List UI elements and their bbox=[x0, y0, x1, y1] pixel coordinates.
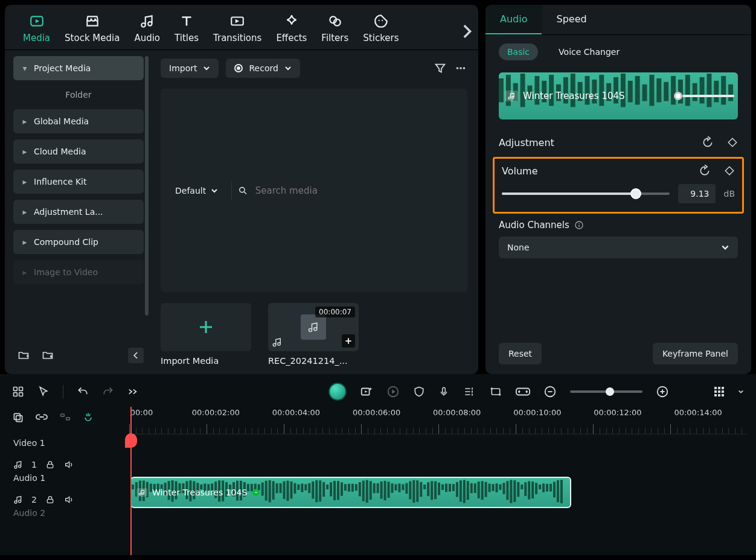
undo-icon[interactable] bbox=[77, 386, 89, 398]
nav-tab-audio[interactable]: Audio bbox=[134, 13, 160, 43]
svg-rect-40 bbox=[700, 77, 705, 104]
more-icon[interactable] bbox=[454, 62, 467, 75]
nav-tab-stickers[interactable]: Stickers bbox=[363, 13, 399, 43]
reset-icon[interactable] bbox=[702, 136, 714, 148]
info-icon[interactable] bbox=[574, 220, 584, 230]
chevron-down-icon[interactable] bbox=[738, 389, 744, 394]
lock-icon[interactable] bbox=[45, 460, 55, 469]
clip-trim-handle[interactable] bbox=[674, 92, 682, 100]
shield-icon[interactable] bbox=[413, 385, 425, 398]
audio-tools-icon[interactable] bbox=[463, 386, 476, 398]
audio-clip-preview[interactable]: Winter Treasures 104S bbox=[499, 72, 738, 119]
sidebar-item-cloud[interactable]: ▸Cloud Media bbox=[13, 139, 144, 164]
sidebar-item-global[interactable]: ▸Global Media bbox=[13, 109, 144, 133]
keyframe-icon[interactable] bbox=[727, 137, 738, 148]
keyframe-icon[interactable] bbox=[724, 165, 735, 176]
ai-assistant-icon[interactable] bbox=[328, 383, 347, 401]
time-ruler[interactable]: 00:00 00:00:02:00 00:00:04:00 00:00:06:0… bbox=[129, 407, 748, 434]
zoom-in-icon[interactable] bbox=[656, 385, 669, 398]
audio1-track-header[interactable]: 1 Audio 1 bbox=[8, 454, 129, 489]
zoom-out-icon[interactable] bbox=[543, 385, 557, 398]
zoom-slider[interactable] bbox=[570, 390, 642, 393]
slider-knob[interactable] bbox=[606, 387, 614, 396]
volume-section: Volume 9.13 dB bbox=[493, 157, 744, 214]
nav-tab-filters[interactable]: Filters bbox=[321, 13, 348, 43]
channels-select[interactable]: None bbox=[499, 237, 738, 258]
sidebar-item-influence[interactable]: ▸Influence Kit bbox=[13, 170, 144, 194]
media-clip-tile[interactable]: 00:00:07 REC_20241214_... bbox=[268, 303, 359, 366]
group-icon[interactable] bbox=[59, 412, 71, 422]
track-label: Video 1 bbox=[13, 438, 124, 448]
nav-tab-stock[interactable]: Stock Media bbox=[65, 13, 120, 43]
filter-icon[interactable] bbox=[434, 62, 447, 75]
audio-clip[interactable]: Winter Treasures 104S bbox=[130, 477, 571, 508]
svg-rect-119 bbox=[287, 481, 289, 501]
new-folder-icon[interactable] bbox=[17, 349, 30, 361]
svg-rect-183 bbox=[517, 482, 519, 497]
play-outline-icon[interactable] bbox=[386, 385, 400, 398]
record-button[interactable]: Record bbox=[226, 59, 300, 78]
svg-rect-113 bbox=[265, 481, 267, 501]
cursor-icon[interactable] bbox=[37, 386, 50, 398]
collapse-sidebar-button[interactable] bbox=[128, 348, 144, 363]
track-label: Audio 1 bbox=[13, 473, 124, 483]
sidebar-item-image2video[interactable]: ▸Image to Video bbox=[13, 260, 144, 284]
chevron-right-icon: ▸ bbox=[22, 207, 28, 217]
svg-rect-141 bbox=[366, 480, 368, 503]
delete-folder-icon[interactable] bbox=[41, 349, 54, 361]
sidebar-item-compound[interactable]: ▸Compound Clip bbox=[13, 230, 144, 254]
more-tools-icon[interactable] bbox=[127, 387, 138, 396]
volume-slider[interactable] bbox=[502, 192, 670, 195]
fit-width-icon[interactable] bbox=[516, 386, 530, 397]
svg-rect-185 bbox=[524, 482, 527, 496]
svg-point-4 bbox=[379, 20, 380, 21]
tab-speed[interactable]: Speed bbox=[542, 5, 601, 34]
subtab-basic[interactable]: Basic bbox=[499, 43, 538, 60]
svg-rect-147 bbox=[388, 482, 390, 498]
volume-value[interactable]: 9.13 bbox=[678, 184, 716, 203]
sidebar-item-adjustment[interactable]: ▸Adjustment La... bbox=[13, 200, 144, 224]
search-input[interactable] bbox=[254, 185, 454, 197]
nav-more-button[interactable] bbox=[461, 23, 472, 40]
video-track[interactable] bbox=[129, 434, 748, 473]
nav-tab-transitions[interactable]: Transitions bbox=[213, 13, 261, 43]
copy-icon[interactable] bbox=[12, 412, 24, 424]
nav-tab-media[interactable]: Media bbox=[23, 13, 50, 43]
timeline-tracks-area[interactable]: 00:00 00:00:02:00 00:00:04:00 00:00:06:0… bbox=[129, 407, 748, 555]
slider-knob[interactable] bbox=[630, 188, 641, 199]
view-layout-icon[interactable] bbox=[714, 386, 725, 397]
crop-icon[interactable] bbox=[489, 386, 502, 398]
subtab-voice-changer[interactable]: Voice Changer bbox=[550, 43, 628, 60]
add-clip-button[interactable] bbox=[342, 334, 355, 348]
sort-select[interactable]: Default bbox=[168, 181, 225, 200]
magnet-icon[interactable] bbox=[82, 412, 94, 424]
link-icon[interactable] bbox=[35, 412, 48, 422]
svg-rect-64 bbox=[714, 390, 717, 393]
svg-rect-63 bbox=[722, 387, 724, 389]
audio2-track-header[interactable]: 2 Audio 2 bbox=[8, 489, 129, 524]
audio-track-1[interactable]: Winter Treasures 104S bbox=[129, 473, 748, 512]
reset-icon[interactable] bbox=[699, 165, 711, 177]
lock-icon[interactable] bbox=[45, 495, 55, 504]
grid-icon[interactable] bbox=[12, 386, 24, 398]
audio-track-2[interactable] bbox=[129, 512, 748, 550]
nav-tab-effects[interactable]: Effects bbox=[276, 13, 307, 43]
import-media-tile[interactable]: Import Media bbox=[161, 303, 251, 366]
speaker-icon[interactable] bbox=[63, 460, 74, 469]
mic-icon[interactable] bbox=[438, 385, 449, 398]
keyframe-panel-button[interactable]: Keyframe Panel bbox=[653, 343, 738, 364]
sidebar-scrollbar[interactable] bbox=[145, 56, 149, 316]
svg-rect-148 bbox=[391, 483, 394, 493]
speaker-icon[interactable] bbox=[63, 495, 74, 504]
sticker-icon bbox=[372, 13, 390, 29]
playhead[interactable] bbox=[130, 407, 132, 555]
nav-tab-titles[interactable]: Titles bbox=[175, 13, 199, 43]
video-track-header[interactable]: Video 1 bbox=[8, 432, 129, 454]
reset-button[interactable]: Reset bbox=[499, 343, 542, 364]
tab-audio[interactable]: Audio bbox=[485, 5, 542, 34]
sidebar-project-media[interactable]: ▾ Project Media bbox=[13, 56, 144, 80]
enhance-icon[interactable] bbox=[360, 385, 373, 398]
import-button[interactable]: Import bbox=[161, 59, 219, 78]
plus-icon bbox=[344, 337, 353, 345]
redo-icon[interactable] bbox=[102, 386, 114, 398]
